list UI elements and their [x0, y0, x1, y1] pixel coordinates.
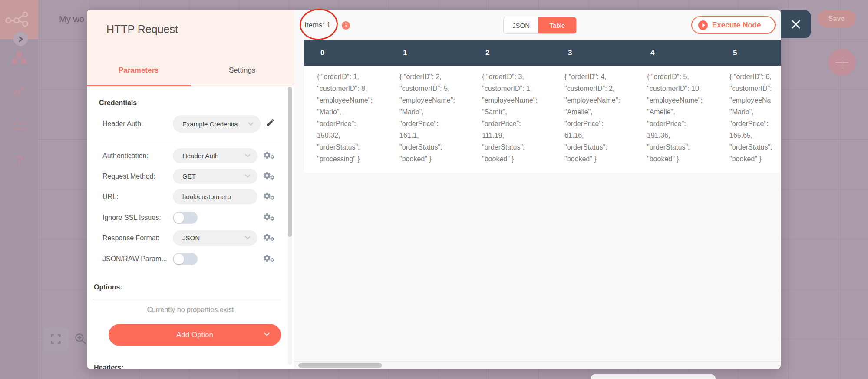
edit-credential-icon[interactable]: [266, 118, 275, 127]
table-column-header: 2: [469, 40, 551, 66]
authentication-select[interactable]: Header Auth: [173, 148, 257, 163]
table-cell-line: 161.1,: [399, 130, 463, 141]
table-cell: { "orderID": 2,"customerID": 5,"employee…: [386, 71, 469, 165]
add-option-label: Add Option: [176, 331, 213, 339]
parameter-value: hook/custom-erp: [182, 193, 250, 200]
tab-bar: Parameters Settings: [87, 62, 294, 86]
table-cell-line: { "orderID": 4,: [564, 71, 628, 83]
credential-row: Header Auth: Example Credentia: [87, 115, 294, 133]
url-input[interactable]: hook/custom-erp: [173, 189, 257, 204]
workflow-title: My wo: [59, 14, 87, 24]
execute-node-button[interactable]: Execute Node: [691, 16, 776, 34]
credential-select[interactable]: Example Credentia: [173, 115, 261, 133]
table-cell-line: "Mario",: [399, 106, 463, 118]
parameter-row-response-format: Response Format: JSON: [87, 230, 294, 246]
table-cell-line: "orderPrice":: [647, 118, 710, 130]
add-option-button[interactable]: Add Option: [109, 324, 281, 346]
table-cell-line: "customerID": 10,: [647, 83, 710, 94]
sidebar-item-help[interactable]: ?: [0, 153, 38, 168]
close-modal-button[interactable]: [781, 10, 811, 38]
sidebar-item-workflows[interactable]: [0, 51, 38, 65]
parameter-label: Authentication:: [102, 148, 149, 163]
table-cell: { "orderID": 1,"customerID": 8,"employee…: [304, 71, 386, 165]
gear-icon[interactable]: [263, 150, 276, 162]
sidebar-item-credentials[interactable]: [0, 84, 38, 97]
table-cell-line: "customerID": 8,: [317, 83, 380, 94]
results-panel: Items: 1 JSON Table Execute Node 012345 …: [294, 10, 781, 369]
table-cell-line: "booked" }: [564, 153, 628, 165]
parameter-row-request-method: Request Method: GET: [87, 169, 294, 184]
ignore-ssl-toggle[interactable]: [173, 212, 198, 224]
response-format-select[interactable]: JSON: [173, 230, 257, 246]
parameter-value: Header Auth: [182, 152, 246, 160]
table-cell-line: 61.16,: [564, 130, 628, 141]
save-button[interactable]: Save: [818, 10, 855, 27]
table-cell-line: "orderStatus":: [729, 141, 781, 153]
results-hscrollbar-thumb[interactable]: [298, 363, 382, 368]
table-cell: { "orderID": 3,"customerID": 1,"employee…: [469, 71, 551, 165]
table-cell-line: "employeeName":: [564, 94, 628, 106]
parameter-row-url: URL: hook/custom-erp: [87, 189, 294, 204]
credential-value: Example Credentia: [182, 120, 249, 128]
parameter-label: Response Format:: [102, 230, 160, 246]
parameter-value: GET: [182, 173, 246, 180]
sidebar-collapse-button[interactable]: [13, 32, 28, 46]
parameter-label: Request Method:: [102, 169, 155, 184]
gear-icon[interactable]: [263, 232, 276, 244]
options-section-label: Options:: [94, 283, 122, 291]
gear-icon[interactable]: [263, 212, 276, 224]
table-cell-line: "Samir",: [482, 106, 545, 118]
table-cell-line: { "orderID": 3,: [482, 71, 545, 83]
parameter-label: URL:: [102, 189, 118, 204]
node-settings-header: HTTP Request Parameters Settings: [87, 10, 294, 86]
options-empty-text: Currently no properties exist: [87, 306, 294, 314]
question-icon: ?: [15, 153, 23, 168]
chevron-down-icon: [245, 172, 251, 178]
credential-label: Header Auth:: [102, 115, 143, 133]
add-node-button[interactable]: [828, 49, 855, 76]
view-toggle-json[interactable]: JSON: [504, 17, 538, 33]
view-mode-toggle: JSON Table: [504, 17, 576, 33]
table-cell-line: "customerID": 2,: [564, 83, 628, 94]
results-table-header: 012345: [304, 40, 781, 66]
request-method-select[interactable]: GET: [173, 169, 257, 184]
n8n-logo-icon: [5, 11, 33, 29]
table-column-header: 1: [386, 40, 469, 66]
checklist-icon: [12, 120, 26, 132]
table-cell-line: "orderPrice":: [399, 118, 463, 130]
table-cell-line: "employeeName":: [399, 94, 463, 106]
json-raw-toggle[interactable]: [173, 253, 198, 265]
table-cell-line: "orderPrice":: [482, 118, 545, 130]
sidebar-item-executions[interactable]: [0, 120, 38, 132]
table-cell: { "orderID": 4,"customerID": 2,"employee…: [551, 71, 634, 165]
table-cell-line: "Mario",: [729, 106, 781, 118]
parameter-row-ignore-ssl: Ignore SSL Issues:: [87, 210, 294, 225]
headers-section-label: Headers:: [94, 364, 123, 369]
tab-settings[interactable]: Settings: [191, 62, 294, 86]
parameter-row-authentication: Authentication: Header Auth: [87, 148, 294, 163]
key-icon: [13, 84, 26, 97]
table-cell-line: "orderPrice":: [317, 118, 380, 130]
view-toggle-table[interactable]: Table: [538, 17, 576, 33]
chevron-down-icon: [245, 152, 251, 157]
chevron-down-icon: [245, 234, 251, 239]
divider: [93, 299, 281, 299]
tab-parameters[interactable]: Parameters: [87, 62, 191, 86]
execute-node-label: Execute Node: [712, 21, 761, 30]
parameter-label: Ignore SSL Issues:: [102, 210, 161, 225]
http-request-modal: HTTP Request Parameters Settings Credent…: [87, 10, 781, 369]
parameter-row-json-raw: JSON/RAW Param...: [87, 251, 294, 266]
results-table-body: { "orderID": 1,"customerID": 8,"employee…: [304, 66, 781, 173]
table-cell-line: "orderStatus":: [317, 141, 380, 153]
table-cell-line: 150.32,: [317, 130, 380, 141]
gear-icon[interactable]: [263, 191, 276, 203]
gear-icon[interactable]: [263, 253, 276, 265]
table-column-header: 5: [716, 40, 781, 66]
panel-scrollbar-thumb[interactable]: [288, 87, 292, 237]
table-column-header: 0: [304, 40, 386, 66]
table-cell-line: { "orderID": 1,: [317, 71, 380, 83]
zoom-in-icon[interactable]: [74, 332, 87, 346]
info-icon[interactable]: [342, 21, 350, 30]
gear-icon[interactable]: [263, 170, 276, 183]
plus-icon: [835, 56, 848, 69]
